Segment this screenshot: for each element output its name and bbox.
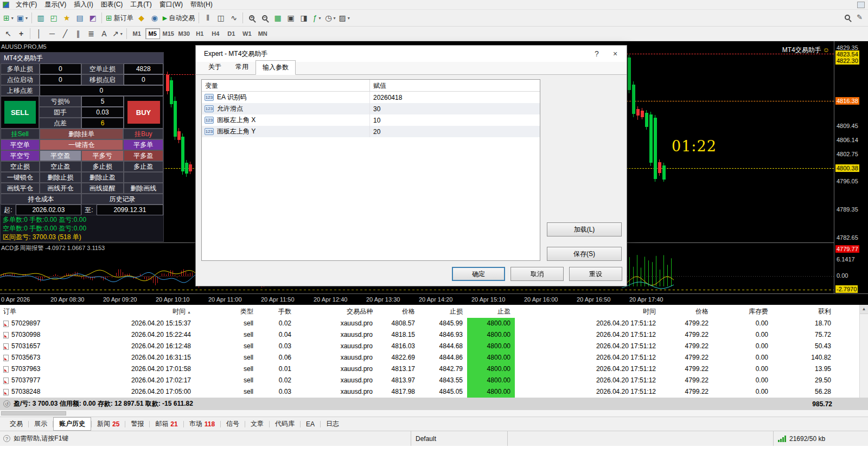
navigator-button[interactable]: ★ [60, 11, 73, 24]
vertical-scrollbar[interactable]: ▲ [859, 305, 868, 398]
dialog-tab-other[interactable]: 常用 [228, 60, 256, 74]
timeframe-h4[interactable]: H4 [208, 28, 223, 39]
trendline-tool-button[interactable]: ╱ [59, 27, 72, 40]
orders-column-header[interactable]: 类型 [195, 305, 258, 318]
time-axis[interactable]: 0 Apr 202620 Apr 08:3020 Apr 09:2020 Apr… [0, 293, 868, 305]
timeframe-m5[interactable]: M5 [145, 28, 160, 39]
vertical-line-tool-button[interactable]: │ [33, 27, 46, 40]
orders-column-header[interactable]: 时间 [515, 305, 660, 318]
bottom-tab[interactable]: 警报 [125, 418, 149, 430]
buy-button[interactable]: BUY [127, 101, 160, 124]
column-header-value[interactable]: 赋值 [370, 80, 390, 91]
menu-item[interactable]: 插入(I) [70, 0, 97, 9]
dialog-close-button[interactable]: × [606, 49, 624, 58]
ea-action-button[interactable]: 持仓成本 [1, 194, 81, 204]
autotrading-button[interactable]: ▶自动交易 [161, 11, 196, 24]
ea-value-field[interactable]: 0 [124, 74, 164, 85]
price-scale[interactable]: 4829.354823.544822.304816.384809.454806.… [834, 41, 868, 293]
orders-column-header[interactable]: 止损 [419, 305, 467, 318]
parameter-row[interactable]: 123面板左上角 Y20 [202, 126, 540, 137]
sell-button[interactable]: SELL [4, 101, 36, 124]
ea-action-button[interactable]: 平多单 [123, 139, 163, 150]
ea-value-field[interactable]: 2099.12.31 [97, 204, 163, 215]
templates-button[interactable]: ▨▾ [337, 11, 351, 24]
tile-windows-button[interactable]: ▦ [271, 11, 284, 24]
timeframe-m15[interactable]: M15 [161, 28, 176, 39]
profiles-button[interactable]: ▣▾ [15, 11, 29, 24]
timeframe-m30[interactable]: M30 [177, 28, 192, 39]
ea-value-field[interactable]: 5 [81, 96, 124, 107]
menu-item[interactable]: 图表(C) [97, 0, 127, 9]
fibonacci-tool-button[interactable]: ≣ [85, 27, 98, 40]
bottom-tab[interactable]: 信号 [221, 418, 245, 430]
line-chart-button[interactable]: ∿ [227, 11, 240, 24]
bottom-tab[interactable]: EA [301, 419, 320, 430]
ea-action-button[interactable]: 平多盈 [124, 150, 164, 161]
menu-item[interactable]: 文件(F) [12, 0, 41, 9]
bottom-tab[interactable]: 日志 [321, 418, 344, 430]
bar-chart-button[interactable]: ‖ [201, 11, 214, 24]
strategy-tester-button[interactable]: ◩ [86, 11, 99, 24]
orders-column-header[interactable]: 时间▲ [80, 305, 195, 318]
ea-action-button[interactable]: 多止损 [81, 161, 123, 172]
ea-value-field[interactable]: 0 [40, 74, 81, 85]
dialog-title-bar[interactable]: Expert - MT4交易助手 ? × [196, 46, 627, 62]
menu-item[interactable]: 窗口(W) [156, 0, 187, 9]
arrange-windows-button[interactable]: ◨ [297, 11, 310, 24]
bottom-tab[interactable]: 邮箱21 [150, 418, 183, 430]
table-row[interactable]: 570316572026.04.20 16:12:48sell0.03xauus… [0, 341, 868, 352]
cursor-tool-button[interactable]: ↖ [2, 27, 15, 40]
scrollbar-thumb[interactable] [1, 411, 66, 415]
table-row[interactable]: 570379632026.04.20 17:01:58sell0.01xauus… [0, 363, 868, 375]
ea-value-field[interactable]: 4828 [124, 63, 164, 74]
scroll-up-icon[interactable]: ▲ [860, 305, 868, 314]
parameter-row[interactable]: 123面板左上角 X10 [202, 114, 540, 126]
ea-value-field[interactable]: 0.03 [81, 107, 124, 118]
orders-column-header[interactable]: 止盈 [467, 305, 515, 318]
ea-action-button[interactable]: 空止损 [1, 161, 40, 172]
menu-item[interactable]: 工具(T) [126, 0, 155, 9]
table-row[interactable]: 570379772026.04.20 17:02:17sell0.02xauus… [0, 375, 868, 386]
table-row[interactable]: 570382482026.04.20 17:05:00sell0.03xauus… [0, 386, 868, 398]
cascade-windows-button[interactable]: ▣ [284, 11, 297, 24]
parameter-value[interactable]: 20260418 [370, 94, 402, 101]
edit-pencil-icon[interactable]: ✎ [857, 13, 863, 21]
arrows-tool-button[interactable]: ↗▾ [111, 27, 124, 40]
ea-action-button[interactable]: 平空盈 [40, 150, 81, 161]
timeframe-m1[interactable]: M1 [130, 28, 144, 39]
ea-value-field[interactable]: 2026.02.03 [16, 204, 81, 215]
ea-action-button[interactable]: 删除止盈 [81, 172, 123, 183]
search-icon[interactable] [845, 15, 850, 20]
ea-action-button[interactable]: 多止盈 [124, 161, 164, 172]
ea-action-button[interactable]: 历史记录 [81, 194, 163, 204]
reset-button[interactable]: 重设 [569, 267, 622, 281]
ea-action-button[interactable]: 画线平仓 [1, 183, 40, 194]
ea-action-button[interactable] [124, 172, 164, 183]
ea-action-button[interactable]: 挂Sell [1, 129, 40, 139]
bottom-tab[interactable]: 代码库 [270, 418, 300, 430]
table-row[interactable]: 570309982026.04.20 15:22:44sell0.04xauus… [0, 329, 868, 341]
ea-action-button[interactable]: 平空单 [1, 139, 40, 150]
parameter-value[interactable]: 30 [370, 105, 380, 113]
parameter-row[interactable]: 123EA 识别码20260418 [202, 92, 540, 103]
orders-column-header[interactable]: 订单 [0, 305, 80, 318]
ea-action-button[interactable]: 删除挂单 [40, 129, 124, 139]
ea-action-button[interactable]: 删除画线 [124, 183, 164, 194]
community-button[interactable]: ◉ [148, 11, 161, 24]
indicators-button[interactable]: ƒ▾ [310, 11, 323, 24]
horizontal-scrollbar[interactable] [0, 410, 868, 417]
zoom-in-button[interactable]: + [245, 11, 258, 24]
ea-value-field[interactable]: 0 [40, 63, 81, 74]
bottom-tab[interactable]: 新闻25 [92, 418, 125, 430]
parameter-row[interactable]: 123允许滑点30 [202, 103, 540, 114]
ea-action-button[interactable]: 画线提醒 [81, 183, 123, 194]
orders-column-header[interactable]: 获利 [773, 305, 859, 318]
orders-column-header[interactable]: 库存费 [713, 305, 773, 318]
new-chart-button[interactable]: ⊞▾ [2, 11, 15, 24]
candlestick-button[interactable]: ◫ [214, 11, 227, 24]
ea-action-button[interactable]: 一键清仓 [40, 139, 124, 150]
timeframe-w1[interactable]: W1 [240, 28, 254, 39]
parameter-value[interactable]: 10 [370, 117, 380, 124]
ea-action-button[interactable]: 挂Buy [123, 129, 163, 139]
cancel-button[interactable]: 取消 [510, 267, 564, 281]
